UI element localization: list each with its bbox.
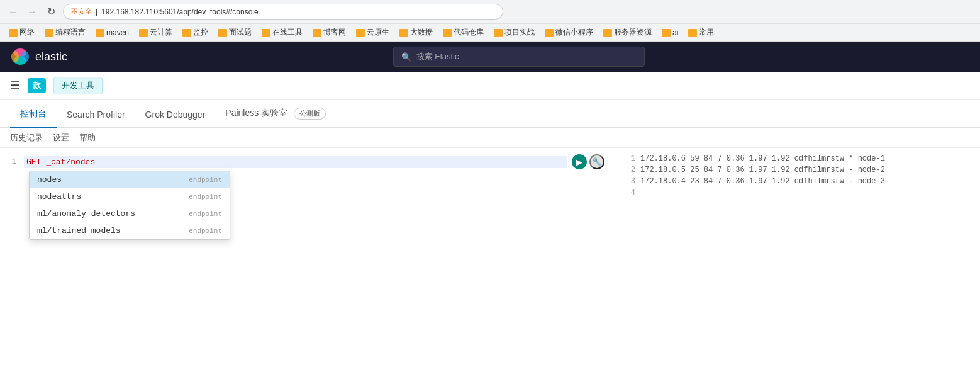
folder-icon [399, 29, 408, 37]
folder-icon [313, 29, 321, 37]
bookmark-maven[interactable]: maven [92, 27, 133, 38]
autocomplete-item-ml-trained[interactable]: ml/trained_models endpoint [30, 222, 230, 239]
wrench-button[interactable]: 🔧 [589, 154, 604, 169]
bookmark-label: 大数据 [410, 27, 433, 38]
folder-icon [45, 29, 53, 37]
bookmark-label: ai [672, 28, 678, 37]
browser-chrome: ← → ↻ 不安全 | 192.168.182.110:5601/app/dev… [0, 0, 980, 42]
bookmark-label: maven [106, 28, 129, 37]
folder-icon [688, 29, 697, 37]
main-content: 1 GET _cat/nodes ▶ 🔧 nodes endpoint node… [0, 148, 980, 384]
settings-button[interactable]: 设置 [53, 132, 69, 144]
bookmark-label: 网络 [19, 27, 35, 38]
tab-console[interactable]: 控制台 [10, 101, 57, 128]
bookmark-服务器资源[interactable]: 服务器资源 [599, 26, 655, 39]
bookmark-ai[interactable]: ai [658, 27, 682, 38]
search-bar-container: 🔍 搜索 Elastic [67, 47, 970, 67]
tab-search-profiler-label: Search Profiler [67, 110, 125, 120]
bookmark-label: 服务器资源 [614, 27, 652, 38]
back-button[interactable]: ← [6, 5, 20, 19]
bookmark-代码仓库[interactable]: 代码仓库 [439, 26, 487, 39]
tabs-bar: 控制台 Search Profiler Grok Debugger Painle… [0, 100, 980, 128]
bookmark-label: 微信小程序 [555, 27, 593, 38]
result-line-1: 1 172.18.0.6 59 84 7 0.36 1.97 1.92 cdfh… [623, 153, 972, 164]
autocomplete-dropdown: nodes endpoint nodeattrs endpoint ml/ano… [29, 171, 230, 240]
results-panel: 1 172.18.0.6 59 84 7 0.36 1.97 1.92 cdfh… [615, 148, 980, 384]
autocomplete-item-ml-anomaly[interactable]: ml/anomaly_detectors endpoint [30, 205, 230, 222]
bookmarks-bar: 网络 编程语言 maven 云计算 监控 面试题 在线工具 博客网 [0, 23, 980, 41]
bookmark-博客网[interactable]: 博客网 [309, 26, 350, 39]
bookmark-常用[interactable]: 常用 [684, 26, 718, 39]
tab-painless[interactable]: Painless 实验室 公测版 [215, 100, 336, 128]
url-text: 192.168.182.110:5601/app/dev_tools#/cons… [101, 8, 259, 16]
elastic-logo-icon [10, 47, 30, 67]
url-separator: | [96, 8, 97, 16]
autocomplete-type-ml-anomaly: endpoint [189, 210, 222, 218]
bookmark-编程语言[interactable]: 编程语言 [41, 26, 89, 39]
svg-point-3 [21, 51, 29, 62]
hamburger-menu[interactable]: ☰ [10, 79, 20, 93]
line-number-1: 1 [5, 157, 24, 166]
tab-search-profiler[interactable]: Search Profiler [57, 102, 135, 128]
autocomplete-type-nodes: endpoint [189, 176, 222, 184]
tab-painless-label: Painless 实验室 [225, 108, 287, 118]
autocomplete-item-nodes[interactable]: nodes endpoint [30, 171, 230, 188]
toolbar: 历史记录 设置 帮助 [0, 128, 980, 148]
sub-header: ☰ 款 开发工具 [0, 72, 980, 100]
folder-icon [182, 29, 191, 37]
folder-icon [545, 29, 554, 37]
result-content-3: 172.18.0.4 23 84 7 0.36 1.97 1.92 cdfhil… [640, 177, 885, 186]
bookmark-面试题[interactable]: 面试题 [214, 26, 255, 39]
search-placeholder: 搜索 Elastic [416, 51, 459, 62]
editor-line-1: 1 GET _cat/nodes ▶ 🔧 [0, 153, 615, 171]
tab-grok-debugger[interactable]: Grok Debugger [135, 102, 216, 128]
bookmark-label: 云原生 [367, 27, 389, 38]
result-content-2: 172.18.0.5 25 84 7 0.36 1.97 1.92 cdfhil… [640, 166, 885, 174]
bookmark-云计算[interactable]: 云计算 [135, 26, 176, 39]
bookmark-label: 在线工具 [272, 27, 303, 38]
app-header: elastic 🔍 搜索 Elastic [0, 42, 980, 72]
tab-grok-debugger-label: Grok Debugger [145, 110, 206, 120]
result-num-2: 2 [623, 166, 635, 174]
bookmark-大数据[interactable]: 大数据 [396, 26, 437, 39]
run-button[interactable]: ▶ [572, 154, 587, 169]
bookmark-在线工具[interactable]: 在线工具 [258, 26, 306, 39]
folder-icon [262, 29, 270, 37]
line-actions: ▶ 🔧 [567, 154, 610, 169]
logo-text: elastic [35, 50, 67, 64]
bookmark-label: 代码仓库 [454, 27, 484, 38]
autocomplete-type-ml-trained: endpoint [189, 227, 222, 235]
editor-panel: 1 GET _cat/nodes ▶ 🔧 nodes endpoint node… [0, 148, 615, 384]
dev-tools-button[interactable]: 开发工具 [53, 77, 103, 94]
autocomplete-item-nodeattrs[interactable]: nodeattrs endpoint [30, 188, 230, 205]
autocomplete-text-nodes: nodes [37, 175, 62, 184]
bookmark-项目实战[interactable]: 项目实战 [490, 26, 538, 39]
bookmark-云原生[interactable]: 云原生 [352, 26, 393, 39]
elastic-search-bar[interactable]: 🔍 搜索 Elastic [393, 47, 645, 67]
bookmark-label: 监控 [193, 27, 208, 38]
bookmark-微信小程序[interactable]: 微信小程序 [541, 26, 597, 39]
autocomplete-text-ml-anomaly: ml/anomaly_detectors [37, 209, 135, 218]
folder-icon [443, 29, 452, 37]
painless-badge: 公测版 [294, 108, 326, 120]
bookmark-label: 博客网 [323, 27, 346, 38]
bookmark-label: 常用 [699, 27, 714, 38]
bookmark-网络[interactable]: 网络 [5, 26, 38, 39]
bookmark-监控[interactable]: 监控 [179, 26, 212, 39]
folder-icon [494, 29, 503, 37]
browser-nav: ← → ↻ 不安全 | 192.168.182.110:5601/app/dev… [0, 0, 980, 23]
folder-icon [603, 29, 612, 37]
help-button[interactable]: 帮助 [79, 132, 96, 144]
folder-icon [356, 29, 365, 37]
bookmark-label: 云计算 [150, 27, 172, 38]
history-button[interactable]: 历史记录 [10, 132, 43, 144]
line-content-1[interactable]: GET _cat/nodes [24, 156, 567, 168]
forward-button[interactable]: → [25, 5, 39, 19]
folder-icon [218, 29, 227, 37]
folder-icon [96, 29, 104, 37]
reload-button[interactable]: ↻ [44, 5, 58, 19]
address-bar[interactable]: 不安全 | 192.168.182.110:5601/app/dev_tools… [63, 4, 503, 20]
bookmark-label: 编程语言 [55, 27, 86, 38]
result-num-4: 4 [623, 188, 635, 197]
autocomplete-type-nodeattrs: endpoint [189, 193, 222, 201]
